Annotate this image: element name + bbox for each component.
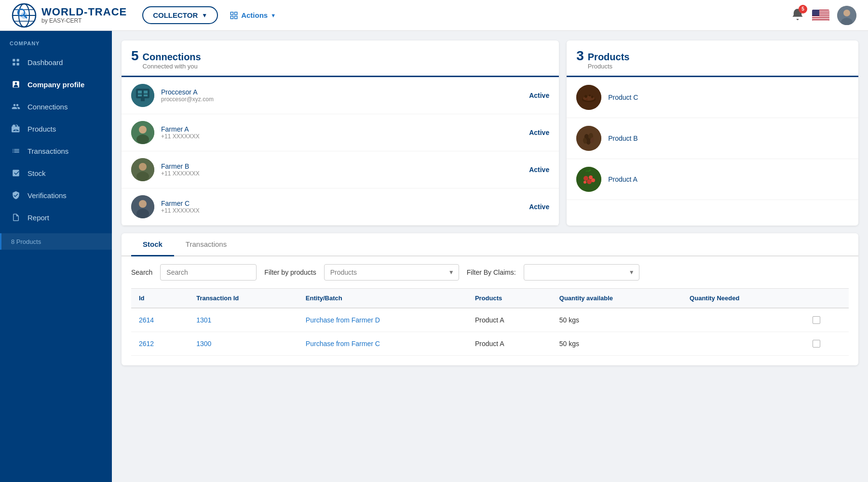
connection-info: Farmer B +11 XXXXXXX	[161, 162, 522, 177]
sidebar-item-transactions[interactable]: Transactions	[0, 140, 112, 162]
cell-entity-batch: Purchase from Farmer D	[298, 308, 467, 332]
svg-point-49	[586, 99, 588, 100]
connections-label: Connections	[27, 103, 68, 111]
svg-rect-30	[144, 91, 148, 94]
cell-checkbox[interactable]	[805, 332, 849, 356]
content-area: 5 Connections Connected with you Procces…	[112, 31, 868, 482]
connection-name: Farmer C	[161, 200, 522, 207]
product-name: Product A	[608, 175, 637, 183]
stock-icon	[11, 168, 21, 178]
notification-bell[interactable]: 5	[791, 8, 804, 23]
dashboard-icon	[11, 57, 21, 67]
cell-transaction-id: 1300	[189, 332, 298, 356]
connections-subtitle: Connected with you	[143, 63, 201, 70]
list-item[interactable]: Farmer B +11 XXXXXXX Active	[122, 151, 559, 188]
cell-id: 2614	[131, 308, 189, 332]
verifications-label: Verifications	[27, 191, 67, 200]
list-item[interactable]: Product B	[567, 118, 858, 159]
svg-point-36	[136, 134, 149, 144]
row-checkbox[interactable]	[813, 340, 820, 348]
filter-claims-select[interactable]	[524, 264, 639, 281]
product-thumbnail	[576, 85, 601, 110]
connection-name: Farmer A	[161, 125, 522, 133]
list-item[interactable]: Product C	[567, 77, 858, 118]
user-avatar[interactable]	[837, 6, 856, 25]
svg-rect-16	[812, 16, 829, 17]
svg-rect-32	[144, 94, 148, 96]
actions-button[interactable]: Actions ▼	[230, 11, 276, 20]
svg-rect-8	[231, 12, 233, 14]
header-right: 5	[791, 6, 856, 25]
chevron-down-icon: ▼	[202, 12, 207, 19]
sidebar-item-stock[interactable]: Stock	[0, 162, 112, 184]
svg-point-61	[583, 181, 586, 184]
report-icon	[11, 213, 21, 222]
col-products: Products	[467, 289, 552, 308]
connection-contact: proccesor@xyz.com	[161, 96, 522, 103]
col-qty-available: Quantity available	[552, 289, 682, 308]
cards-row: 5 Connections Connected with you Procces…	[122, 40, 858, 226]
logo-area: WORLD-TRACE by EASY-CERT	[12, 3, 127, 28]
connection-info: Farmer C +11 XXXXXXX	[161, 200, 522, 214]
filter-products-label: Filter by products	[264, 268, 316, 276]
cell-id: 2612	[131, 332, 189, 356]
tabs-row: Stock Transactions	[122, 233, 858, 256]
filter-products-select[interactable]: Products	[324, 264, 459, 281]
svg-point-42	[136, 209, 149, 218]
connection-contact: +11 XXXXXXX	[161, 170, 522, 177]
svg-point-47	[589, 94, 591, 96]
cell-product: Product A	[467, 308, 552, 332]
sidebar-section-label: COMPANY	[0, 40, 112, 51]
app-sub: by EASY-CERT	[41, 18, 127, 24]
svg-rect-11	[235, 16, 237, 18]
flag-icon[interactable]	[812, 10, 829, 21]
col-checkbox	[805, 289, 849, 308]
svg-point-35	[139, 126, 147, 134]
list-item[interactable]: Farmer C +11 XXXXXXX Active	[122, 188, 559, 226]
sidebar-item-verifications[interactable]: Verifications	[0, 184, 112, 206]
sidebar-item-dashboard[interactable]: Dashboard	[0, 51, 112, 73]
cell-checkbox[interactable]	[805, 308, 849, 332]
list-item[interactable]: Proccesor A proccesor@xyz.com Active	[122, 77, 559, 114]
main-layout: COMPANY Dashboard Company profile Connec…	[0, 31, 868, 482]
sidebar-item-report[interactable]: Report	[0, 206, 112, 228]
transactions-icon	[11, 146, 21, 156]
products-card: 3 Products Products	[567, 40, 858, 226]
row-checkbox[interactable]	[813, 316, 820, 324]
cell-entity-batch: Purchase from Farmer C	[298, 332, 467, 356]
collector-button[interactable]: COLLECTOR ▼	[142, 6, 218, 24]
cell-qty-needed	[682, 308, 805, 332]
search-input[interactable]	[160, 264, 257, 281]
svg-point-48	[591, 96, 594, 98]
svg-rect-10	[231, 16, 233, 18]
col-qty-needed: Quantity Needed	[682, 289, 805, 308]
header: WORLD-TRACE by EASY-CERT COLLECTOR ▼ Act…	[0, 0, 868, 31]
collector-label: COLLECTOR	[153, 11, 198, 19]
filter-claims-label: Filter By Claims:	[467, 268, 516, 276]
svg-rect-19	[812, 10, 819, 16]
list-item[interactable]: Product A	[567, 159, 858, 200]
connections-count: 5	[131, 48, 139, 64]
svg-point-60	[591, 178, 595, 182]
products-subtitle: Products	[588, 63, 630, 70]
connection-status: Active	[529, 166, 549, 174]
tab-transactions[interactable]: Transactions	[174, 233, 238, 256]
sidebar-item-connections[interactable]: Connections	[0, 95, 112, 118]
svg-rect-24	[17, 59, 19, 61]
bottom-section: Stock Transactions Search Filter by prod…	[122, 233, 858, 365]
list-item[interactable]: Farmer A +11 XXXXXXX Active	[122, 114, 559, 151]
tab-stock[interactable]: Stock	[131, 233, 174, 256]
table-row: 2612 1300 Purchase from Farmer C Product…	[131, 332, 849, 356]
verifications-icon	[11, 190, 21, 200]
sidebar-item-products[interactable]: Products	[0, 118, 112, 140]
connection-name: Proccesor A	[161, 88, 522, 96]
filter-products-wrapper: Products ▼	[324, 264, 459, 281]
svg-rect-33	[141, 98, 145, 101]
connection-contact: +11 XXXXXXX	[161, 133, 522, 140]
sidebar-item-company-profile[interactable]: Company profile	[0, 73, 112, 95]
logo-icon	[12, 3, 37, 28]
products-list: Product C	[567, 77, 858, 200]
svg-rect-23	[13, 59, 15, 61]
svg-rect-29	[138, 91, 142, 94]
connections-list: Proccesor A proccesor@xyz.com Active Far…	[122, 77, 559, 226]
